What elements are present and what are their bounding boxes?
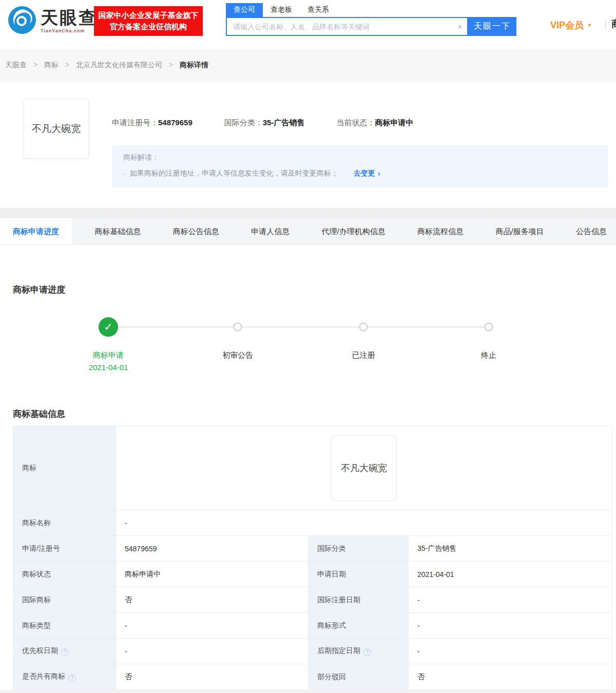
go-change-link[interactable]: 去变更 › [354,169,380,178]
row-label: 申请/注册号 [13,536,116,562]
breadcrumb-trademark[interactable]: 商标 [44,61,59,69]
vip-label: VIP会员 [550,19,584,31]
field-registration-number: 申请注册号：54879659 [112,118,192,128]
check-icon: ✓ [104,321,113,333]
row-value: - [409,613,612,639]
tab-agency-info[interactable]: 代理/办理机构信息 [313,218,395,244]
breadcrumb-home[interactable]: 天眼查 [5,61,27,69]
clear-icon[interactable]: × [457,22,462,31]
step-circle [359,322,368,332]
chevron-down-icon: ▼ [587,23,592,28]
tab-announcement-info[interactable]: 商标公告信息 [164,218,228,244]
tab-gazette-info[interactable]: 公告信息 [567,218,616,244]
breadcrumb-current: 商标详情 [180,61,208,69]
header: 天眼查 TianYanCha.com 国家中小企业发展子基金旗下 官方备案企业征… [0,0,616,49]
tianyancha-logo[interactable]: 天眼查 TianYanCha.com [8,6,98,36]
table-row: 国际商标 否 国际注册日期 - [13,587,612,613]
tab-process-info[interactable]: 商标流程信息 [408,218,473,244]
bullet: · [123,169,126,178]
step-label-registered: 已注册 [322,351,405,360]
tianyancha-logo-icon [8,6,36,36]
row-label: 是否共有商标? [13,664,116,690]
tab-basic-info[interactable]: 商标基础信息 [85,218,150,244]
trademark-image[interactable]: 不凡大碗宽 [24,99,89,159]
row-value: 否 [116,664,309,690]
table-row: 申请/注册号 54879659 国际分类 35-广告销售 [13,536,612,562]
row-label: 后期指定日期? [309,639,409,664]
vip-menu[interactable]: VIP会员 ▼ [550,19,592,31]
section-gap [0,208,616,218]
table-row: 商标状态 商标申请中 申请日期 2021-04-01 [13,562,612,587]
badge-line-1: 国家中小企业发展子基金旗下 [95,10,202,21]
row-label: 商标 [13,426,116,510]
breadcrumb-separator: > [169,61,173,69]
tab-application-progress[interactable]: 商标申请进度 [0,218,72,244]
row-value: - [409,587,612,613]
help-icon[interactable]: ? [363,648,371,656]
trademark-interpretation: 商标解读： · 如果商标的注册地址，申请人等信息发生变化，请及时变更商标； 去变… [112,145,608,187]
row-label: 国际商标 [13,587,116,613]
logo-subtitle: TianYanCha.com [41,28,98,33]
step-label-preliminary: 初审公告 [197,351,279,360]
table-row: 商标名称 - [13,510,612,536]
field-intl-class: 国际分类：35-广告销售 [224,118,305,128]
row-value: 商标申请中 [116,562,309,587]
search-input[interactable] [227,18,467,35]
table-row: 商标类型 - 商标形式 - [13,613,612,639]
trademark-image-text: 不凡大碗宽 [32,122,81,136]
main-content: 商标申请进度 ✓ 商标申请 2021-04-01 初审公告 已注册 终止 商标基… [0,245,616,693]
basic-info-section-title: 商标基础信息 [13,408,65,420]
certification-badge: 国家中小企业发展子基金旗下 官方备案企业征信机构 [94,6,203,36]
footer-strip [0,690,616,693]
tab-applicant-info[interactable]: 申请人信息 [242,218,299,244]
search-tab-boss[interactable]: 查老板 [263,3,300,17]
help-icon[interactable]: ? [61,648,69,656]
step-date-application: 2021-04-01 [67,363,149,372]
cutoff-menu-item[interactable]: 商 [611,17,616,31]
tab-goods-services[interactable]: 商品/服务项目 [486,218,553,244]
summary-fields: 申请注册号：54879659 国际分类：35-广告销售 当前状态：商标申请中 [112,118,445,128]
breadcrumb: 天眼查 > 商标 > 北京凡世文化传媒有限公司 > 商标详情 [0,49,616,82]
row-value: 否 [409,664,612,690]
step-circle [484,322,493,332]
row-label: 商标状态 [13,562,116,587]
row-label: 国际注册日期 [309,587,409,613]
interpretation-text: 如果商标的注册地址，申请人等信息发生变化，请及时变更商标； [130,169,338,178]
table-row: 商标 不凡大碗宽 [13,426,612,510]
step-label-application: 商标申请 [67,351,149,360]
trademark-image[interactable]: 不凡大碗宽 [331,435,397,501]
breadcrumb-separator: > [65,61,69,69]
progress-section-title: 商标申请进度 [13,284,65,296]
arrow-right-icon: › [378,169,380,178]
trademark-summary: 不凡大碗宽 申请注册号：54879659 国际分类：35-广告销售 当前状态：商… [0,82,616,208]
breadcrumb-company[interactable]: 北京凡世文化传媒有限公司 [76,61,162,69]
badge-line-2: 官方备案企业征信机构 [95,21,202,32]
interpretation-title: 商标解读： [123,153,597,162]
help-icon[interactable]: ? [68,674,76,682]
row-label: 申请日期 [309,562,409,587]
search-input-wrap: × [226,17,468,36]
row-value: - [409,639,612,664]
step-done-circle: ✓ [99,317,118,337]
row-label: 国际分类 [309,536,409,562]
row-value: - [116,613,309,639]
row-label: 商标名称 [13,510,116,536]
table-row: 优先权日期? - 后期指定日期? - [13,639,612,664]
row-label: 商标类型 [13,613,116,639]
step-circle [233,322,242,332]
row-value: - [116,510,612,536]
row-value: 54879659 [116,536,309,562]
header-divider: | [604,18,607,30]
search-tab-relation[interactable]: 查关系 [300,3,337,17]
search-button[interactable]: 天眼一下 [468,17,516,36]
search-tab-company[interactable]: 查公司 [226,3,263,17]
row-label: 优先权日期? [13,639,116,664]
progress-line [108,326,489,328]
logo-title: 天眼查 [41,9,98,26]
progress-stepper: ✓ 商标申请 2021-04-01 初审公告 已注册 终止 [0,306,616,389]
basic-info-table: 商标 不凡大碗宽 商标名称 - 申请/注册号 54879659 国际分类 35-… [13,426,612,690]
search-tabs: 查公司 查老板 查关系 [226,3,516,17]
breadcrumb-separator: > [33,61,37,69]
row-value: 35-广告销售 [409,536,612,562]
step-label-terminated: 终止 [448,351,530,360]
